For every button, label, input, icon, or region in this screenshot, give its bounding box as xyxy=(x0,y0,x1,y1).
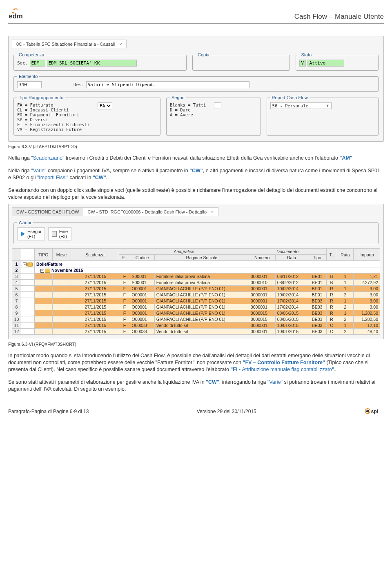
segno-lines: Blanks = Tutti D = Dare A = Avere xyxy=(170,102,206,117)
elemento-code-input[interactable] xyxy=(17,81,42,88)
soc-label: Soc. xyxy=(17,60,28,66)
colgroup-doc: Documento xyxy=(249,249,326,255)
table-row[interactable]: 427/11/2015FS00001Fornitore italia prova… xyxy=(12,280,380,286)
rcf-dropdown[interactable]: 56 - Personale ▼ xyxy=(270,102,332,109)
col-tipo: TIPO xyxy=(35,249,53,261)
paragraph-5: Se sono stati attivati i parametri di el… xyxy=(8,379,384,393)
soc-desc-input[interactable] xyxy=(47,60,137,67)
panel-cashflow-detail: CW - GESTIONE CASH FLOW CW - STD_RGCF010… xyxy=(8,204,384,339)
footer-left: Paragrafo-Pagina di Pagine 6-9 di 13 xyxy=(8,409,89,414)
panel-sfc-causali: 0C - Tabella SFC Situazione Finanziaria … xyxy=(8,36,384,142)
segno-input[interactable] xyxy=(214,102,221,109)
col-rags: Ragione Sociale xyxy=(154,255,249,261)
detail-table: TIPO Mese Scadenza Anagrafico Documento … xyxy=(12,248,380,335)
tipo-select[interactable]: FA xyxy=(98,102,112,109)
figure-caption-2: Figura 6.3-VI (RFQXFM/T3SHORT) xyxy=(8,342,384,347)
table-row[interactable]: 827/11/2015FO00001GIANPAOLI ACHILLE (P/P… xyxy=(12,304,380,310)
btn-label: Esegui xyxy=(27,229,41,234)
paragraph-3: Selezionando con un doppio click sulle s… xyxy=(8,187,384,201)
footer-center: Versione 29 del 30/11/2015 xyxy=(197,409,256,414)
col-importo: Importo xyxy=(354,249,380,261)
soc-code-input[interactable] xyxy=(30,60,45,67)
fs-stato-legend: Stato xyxy=(299,52,313,57)
table-row[interactable]: 1 − Bolle/Fatture xyxy=(12,261,380,267)
folder-label: Bolle/Fatture xyxy=(35,261,380,267)
fine-button[interactable]: Fine (F3) xyxy=(48,227,71,240)
col-mese: Mese xyxy=(52,249,71,261)
tab-label: 0C - Tabella SFC Situazione Finanziaria … xyxy=(16,42,115,47)
table-row[interactable]: 327/11/2015FS00001Fornitore italia prova… xyxy=(12,274,380,280)
folder-icon xyxy=(45,269,50,273)
tab-label: CW - STD_RGCF0100006 - Dettaglio Cash Fl… xyxy=(87,209,207,214)
collapse-icon[interactable]: − xyxy=(40,269,44,273)
doc-title: Cash Flow – Manuale Utente xyxy=(294,13,384,21)
fs-competenza-legend: Competenza xyxy=(17,52,46,57)
rcf-value: 56 - Personale xyxy=(272,103,309,108)
page-footer: Paragrafo-Pagina di Pagine 6-9 di 13 Ver… xyxy=(8,405,384,418)
tab-sfc[interactable]: 0C - Tabella SFC Situazione Finanziaria … xyxy=(12,40,127,48)
elemento-des-label: Des. xyxy=(74,82,85,87)
close-icon[interactable]: × xyxy=(208,209,214,214)
btn-label: Fine xyxy=(59,229,68,234)
colgroup-anag: Anagrafico xyxy=(119,249,249,255)
table-row[interactable]: 727/11/2015FO00001GIANPAOLI ACHILLE (P/P… xyxy=(12,298,380,304)
fs-segno-legend: Segno xyxy=(170,95,186,100)
tipo-lines: FA = Fatturato CL = Incassi Clienti FO =… xyxy=(17,102,89,132)
table-row[interactable]: 1227/11/2015FO00033Vendo di tutto srl000… xyxy=(12,329,380,335)
fs-tipo-legend: Tipo Raggruppamento xyxy=(17,95,65,100)
btn-sub: (F1) xyxy=(27,234,35,239)
btn-sub: (F3) xyxy=(59,234,67,239)
table-row[interactable]: 627/11/2015FO00001GIANPAOLI ACHILLE (P/P… xyxy=(12,292,380,298)
col-f: F.. xyxy=(119,255,130,261)
tab-label: CW - GESTIONE CASH FLOW xyxy=(16,209,79,214)
chevron-down-icon: ▼ xyxy=(326,104,330,108)
col-numero: Numero xyxy=(249,255,275,261)
svg-text:edm: edm xyxy=(9,12,23,20)
play-icon xyxy=(21,231,25,236)
collapse-icon[interactable]: − xyxy=(23,262,27,266)
tab-cw-detail[interactable]: CW - STD_RGCF0100006 - Dettaglio Cash Fl… xyxy=(83,207,218,216)
col-rata: Rata xyxy=(337,249,353,261)
fs-copia-legend: Copia xyxy=(196,52,211,57)
col-codice: Codice xyxy=(130,255,154,261)
table-row[interactable]: 1127/11/2015FO00033Vendo di tutto srl000… xyxy=(12,323,380,329)
esegui-button[interactable]: Esegui (F1) xyxy=(17,227,45,240)
col-t: T.. xyxy=(326,249,337,261)
table-row[interactable]: 927/11/2015FO00001GIANPAOLI ACHILLE (P/P… xyxy=(12,310,380,316)
edm-logo: edm xyxy=(8,6,33,21)
folder-icon xyxy=(27,262,33,267)
table-row[interactable]: 2 − Novembre 2015 xyxy=(12,267,380,274)
figure-caption-1: Figura 6.3-V (JTABP1D/JTABP1DD) xyxy=(8,144,384,149)
exit-icon xyxy=(52,231,57,237)
page-header: edm Cash Flow – Manuale Utente xyxy=(8,6,384,24)
folder-label: Novembre 2015 xyxy=(51,268,83,273)
col-data: Data xyxy=(275,255,308,261)
paragraph-4: In particolar modo quando si sta introdu… xyxy=(8,352,384,373)
paragraph-2: Nella riga "Varie" compaiono i pagamenti… xyxy=(8,167,384,181)
table-row[interactable]: 527/11/2015FO00001GIANPAOLI ACHILLE (P/P… xyxy=(12,286,380,292)
tab-cw-main[interactable]: CW - GESTIONE CASH FLOW xyxy=(12,207,83,216)
fs-elemento-legend: Elemento xyxy=(17,74,39,79)
svg-text:spi: spi xyxy=(371,409,378,414)
elemento-des-input[interactable] xyxy=(86,81,249,88)
close-icon[interactable]: × xyxy=(116,42,122,47)
spi-logo: spi xyxy=(364,405,384,418)
svg-rect-2 xyxy=(366,409,369,412)
stato-desc-input[interactable] xyxy=(307,60,344,67)
col-dtipo: Tipo xyxy=(308,255,326,261)
paragraph-1: Nella riga "Scadenziario" troviamo i Cre… xyxy=(8,155,384,162)
fs-azioni-legend: Azioni xyxy=(17,220,33,225)
fs-rcf-legend: Report Cash Flow xyxy=(270,95,310,100)
table-row[interactable]: 1027/11/2015FO00001GIANPAOLI ACHILLE (P/… xyxy=(12,316,380,323)
stato-code-input[interactable] xyxy=(299,60,306,67)
col-scad: Scadenza xyxy=(71,249,119,261)
